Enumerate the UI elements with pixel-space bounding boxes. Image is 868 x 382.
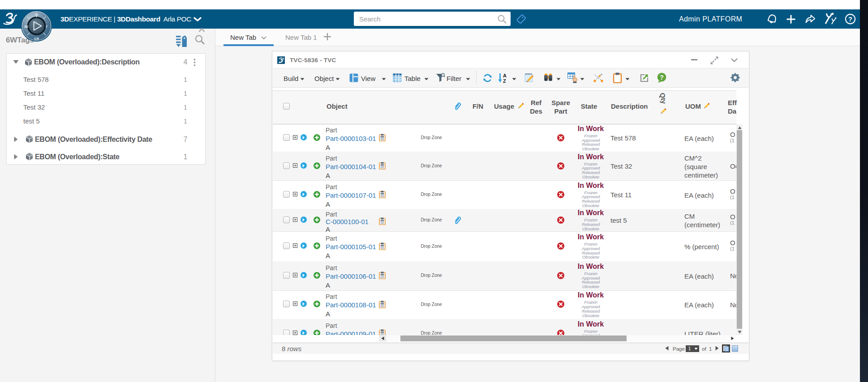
svg-text:A: A [503,73,507,78]
svg-text:?: ? [848,16,852,23]
svg-text:?: ? [660,74,664,81]
svg-text:V.R: V.R [34,37,39,40]
svg-text:Z: Z [503,78,506,84]
svg-text:i’: i’ [46,25,48,28]
svg-text:3D: 3D [24,25,28,28]
